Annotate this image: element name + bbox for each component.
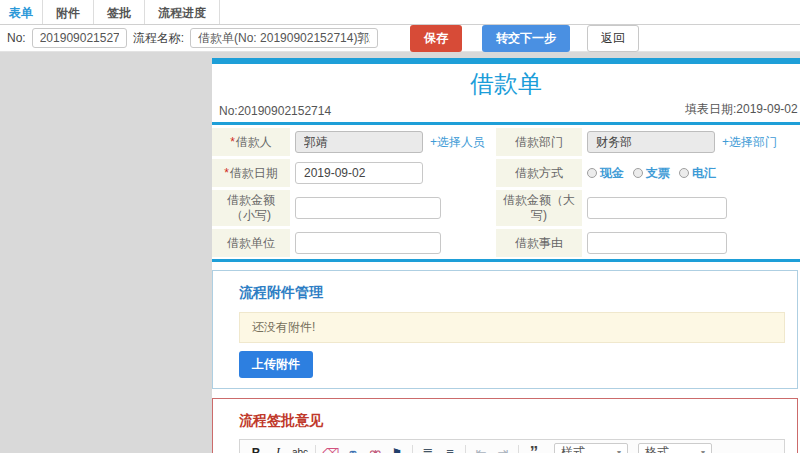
- divider-line-top: [212, 122, 800, 125]
- amount-lowercase-label: 借款金额（小写): [212, 190, 290, 226]
- amount-uppercase-label: 借款金额（大写): [496, 190, 582, 226]
- amount-uppercase-input[interactable]: [587, 197, 727, 219]
- loan-date-input[interactable]: [295, 162, 423, 184]
- loan-reason-input[interactable]: [587, 232, 727, 254]
- attachments-heading: 流程附件管理: [239, 284, 785, 302]
- amount-lowercase-input[interactable]: [295, 197, 441, 219]
- required-asterisk: *: [230, 135, 235, 149]
- form-fill-date: 填表日期:2019-09-02 15:27:1: [685, 101, 800, 118]
- bulleted-list-icon[interactable]: ≡: [440, 443, 460, 453]
- remove-format-icon[interactable]: ⌫: [321, 443, 341, 453]
- styles-select[interactable]: 样式 ▾: [554, 443, 628, 453]
- radio-icon[interactable]: [633, 168, 643, 178]
- indent-icon[interactable]: ⇥: [493, 443, 513, 453]
- action-toolbar: No: 流程名称: 保存 转交下一步 返回: [0, 25, 800, 52]
- form-meta-row: No:20190902152714 填表日期:2019-09-02 15:27:…: [212, 100, 800, 120]
- tab-attachments[interactable]: 附件: [43, 0, 94, 24]
- loan-unit-label: 借款单位: [212, 229, 290, 257]
- borrower-label: *借款人: [212, 128, 290, 156]
- blockquote-icon[interactable]: ”: [524, 443, 544, 453]
- tab-form[interactable]: 表单: [0, 0, 43, 24]
- select-department-link[interactable]: +选择部门: [722, 134, 777, 151]
- page-background: 借款单 No:20190902152714 填表日期:2019-09-02 15…: [0, 52, 800, 453]
- required-asterisk: *: [224, 166, 229, 180]
- no-label: No:: [7, 31, 26, 45]
- no-attachments-alert: 还没有附件!: [239, 312, 785, 343]
- outdent-icon[interactable]: ⇤: [471, 443, 491, 453]
- italic-icon[interactable]: I: [268, 443, 288, 453]
- loan-unit-input[interactable]: [295, 232, 441, 254]
- save-button[interactable]: 保存: [410, 25, 462, 52]
- format-select[interactable]: 格式 ▾: [638, 443, 712, 453]
- strikethrough-icon[interactable]: abc: [290, 443, 310, 453]
- rich-text-editor: B I abc ⌫ ⚭ ⚮ ⚑ ≣ ≡ ⇤ ⇥ ”: [239, 439, 785, 453]
- approval-section: 流程签批意见 B I abc ⌫ ⚭ ⚮ ⚑ ≣ ≡ ⇤ ⇥: [212, 398, 798, 453]
- toolbar-separator: [465, 445, 466, 453]
- form-number: No:20190902152714: [219, 104, 331, 118]
- loan-form-grid: *借款人 +选择人员 借款部门 +选择部门 *借款日期 借款方式 现金: [212, 128, 800, 257]
- panel-top-accent-bar: [212, 58, 800, 64]
- loan-method-label: 借款方式: [496, 159, 582, 187]
- tab-approval[interactable]: 签批: [94, 0, 145, 24]
- no-input[interactable]: [32, 28, 127, 48]
- borrower-input[interactable]: [295, 131, 423, 153]
- toolbar-separator: [315, 445, 316, 453]
- numbered-list-icon[interactable]: ≣: [418, 443, 438, 453]
- back-button[interactable]: 返回: [587, 25, 639, 52]
- radio-icon[interactable]: [587, 168, 597, 178]
- form-panel: 借款单 No:20190902152714 填表日期:2019-09-02 15…: [212, 58, 800, 453]
- toolbar-separator: [412, 445, 413, 453]
- process-name-input[interactable]: [190, 28, 378, 48]
- divider-line-bottom: [212, 259, 800, 262]
- link-icon[interactable]: ⚭: [343, 443, 363, 453]
- loan-method-options: 现金 支票 电汇: [587, 165, 716, 182]
- tab-progress[interactable]: 流程进度: [145, 0, 220, 24]
- anchor-flag-icon[interactable]: ⚑: [387, 443, 407, 453]
- loan-reason-label: 借款事由: [496, 229, 582, 257]
- approval-heading: 流程签批意见: [239, 412, 785, 430]
- upload-attachment-button[interactable]: 上传附件: [239, 351, 313, 378]
- editor-toolbar: B I abc ⌫ ⚭ ⚮ ⚑ ≣ ≡ ⇤ ⇥ ”: [240, 440, 784, 453]
- department-input[interactable]: [587, 131, 715, 153]
- chevron-down-icon: ▾: [701, 448, 705, 453]
- unlink-icon[interactable]: ⚮: [365, 443, 385, 453]
- loan-date-label: *借款日期: [212, 159, 290, 187]
- radio-icon[interactable]: [679, 168, 689, 178]
- bold-icon[interactable]: B: [246, 443, 266, 453]
- department-label: 借款部门: [496, 128, 582, 156]
- chevron-down-icon: ▾: [617, 448, 621, 453]
- radio-wire[interactable]: 电汇: [679, 165, 716, 182]
- toolbar-separator: [518, 445, 519, 453]
- select-person-link[interactable]: +选择人员: [430, 134, 485, 151]
- process-name-label: 流程名称:: [133, 30, 184, 47]
- forward-next-step-button[interactable]: 转交下一步: [482, 25, 570, 52]
- radio-cheque[interactable]: 支票: [633, 165, 670, 182]
- radio-cash[interactable]: 现金: [587, 165, 624, 182]
- attachments-section: 流程附件管理 还没有附件! 上传附件: [212, 270, 798, 389]
- tab-bar: 表单 附件 签批 流程进度: [0, 0, 800, 25]
- form-title: 借款单: [212, 70, 800, 98]
